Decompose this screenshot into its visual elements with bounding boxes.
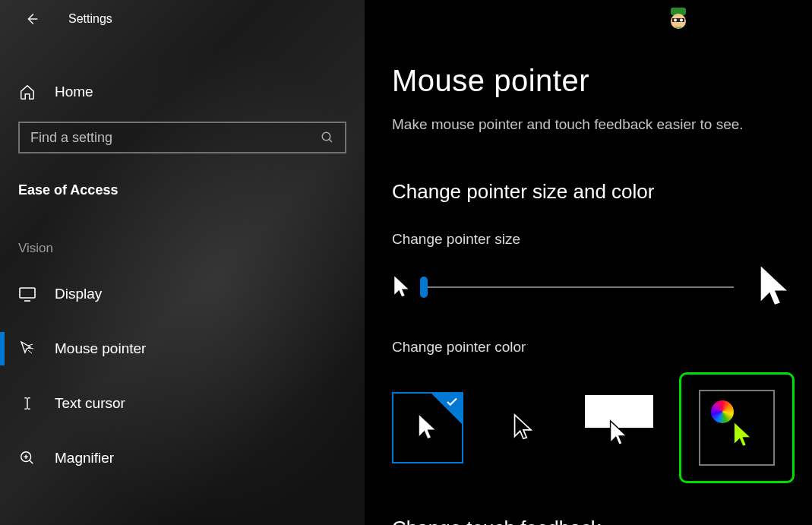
page-description: Make mouse pointer and touch feedback ea… [392,116,812,133]
slider-thumb[interactable] [420,277,428,298]
titlebar: Settings [0,0,365,38]
pointer-color-options [392,372,812,483]
pointer-color-white[interactable] [392,392,463,463]
section-label: Ease of Access [0,153,365,198]
back-icon [24,11,40,27]
sidebar-item-mouse-pointer[interactable]: Mouse pointer [0,321,365,376]
svg-point-6 [674,19,677,22]
pointer-color-custom[interactable] [679,372,795,483]
svg-rect-1 [20,288,35,298]
nav-list: Display Mouse pointer Text cursor Magnif… [0,267,365,485]
pointer-color-black[interactable] [488,392,559,463]
heading-touch-feedback: Change touch feedback [392,517,812,525]
sidebar-item-magnifier[interactable]: Magnifier [0,431,365,485]
search-input[interactable] [30,130,321,146]
mouse-pointer-icon [18,340,36,358]
pointer-small-icon [392,274,412,300]
svg-point-7 [680,19,683,22]
selected-check-icon [431,394,462,424]
back-button[interactable] [23,10,41,28]
sidebar-item-label: Text cursor [55,395,125,412]
heading-size-color: Change pointer size and color [392,180,812,204]
home-nav[interactable]: Home [0,70,365,114]
sidebar-item-display[interactable]: Display [0,267,365,321]
display-icon [18,285,36,303]
sidebar-item-label: Display [55,286,102,302]
magnifier-icon [18,449,36,467]
sidebar-item-label: Magnifier [55,450,114,466]
app-title: Settings [68,12,112,26]
avatar [665,6,692,33]
pointer-large-icon [757,263,793,312]
sidebar: Settings Home Ease of Access Vision Disp… [0,0,365,525]
sidebar-item-label: Mouse pointer [55,340,146,357]
search-box[interactable] [18,122,346,153]
pointer-size-slider-row [392,263,812,312]
text-cursor-icon [18,394,36,413]
color-wheel-icon [711,400,734,423]
page-title: Mouse pointer [392,64,812,98]
heading-pointer-size: Change pointer size [392,231,812,248]
pointer-size-slider[interactable] [424,286,734,288]
search-icon [321,131,334,144]
svg-point-0 [322,132,330,141]
home-icon [18,83,36,101]
search-row [0,114,365,153]
main-panel: Mouse pointer Make mouse pointer and tou… [365,0,812,525]
pointer-color-inverted[interactable] [583,392,655,463]
subsection-label: Vision [0,198,365,267]
home-label: Home [55,84,93,100]
heading-pointer-color: Change pointer color [392,339,812,356]
sidebar-item-text-cursor[interactable]: Text cursor [0,376,365,431]
